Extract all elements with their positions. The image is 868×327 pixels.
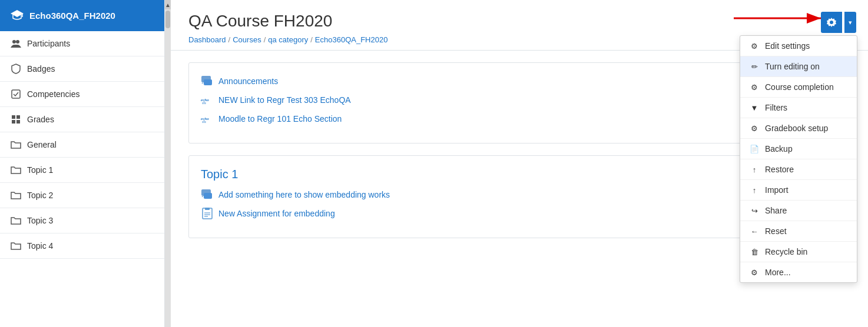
- dropdown-item-recycle-bin[interactable]: 🗑 Recycle bin: [740, 242, 857, 262]
- dropdown-item-reset[interactable]: ← Reset: [740, 221, 857, 242]
- svg-text:echo: echo: [201, 98, 209, 102]
- dropdown-item-course-completion[interactable]: ⚙ Course completion: [740, 77, 857, 98]
- gear-dropdown-menu: ⚙ Edit settings ✏ Turn editing on ⚙ Cour…: [740, 35, 857, 283]
- sidebar-item-label: Badges: [27, 64, 55, 74]
- dropdown-label: More...: [765, 268, 791, 277]
- sidebar-item-badges[interactable]: Badges: [0, 56, 164, 82]
- sidebar-item-grades[interactable]: Grades: [0, 107, 164, 132]
- echo-icon: echo: [201, 94, 214, 106]
- svg-rect-27: [204, 193, 212, 199]
- gear-dropdown-toggle[interactable]: ▾: [844, 12, 856, 33]
- assignment-link-label: New Assignment for embedding: [218, 209, 335, 218]
- dropdown-label: Edit settings: [765, 41, 810, 51]
- grid-icon: [11, 114, 21, 125]
- scroll-thumb[interactable]: [165, 11, 170, 28]
- filter-icon: ▼: [750, 104, 759, 112]
- dropdown-item-turn-editing[interactable]: ✏ Turn editing on: [740, 56, 857, 77]
- svg-point-3: [16, 40, 19, 44]
- sidebar-item-label: Topic 3: [27, 216, 53, 225]
- dropdown-label: Import: [765, 185, 789, 195]
- main-content: ▾ ⚙ Edit settings ✏ Turn editing on ⚙ Co…: [171, 0, 868, 327]
- dropdown-label: Share: [765, 206, 787, 215]
- sidebar: Echo360QA_FH2020 Participants Badges Com…: [0, 0, 165, 327]
- svg-rect-16: [204, 79, 212, 85]
- dropdown-item-more[interactable]: ⚙ More...: [740, 262, 857, 282]
- breadcrumb-sep: /: [310, 35, 313, 44]
- scroll-up-arrow[interactable]: ▲: [165, 0, 171, 9]
- sidebar-item-general[interactable]: General: [0, 132, 164, 158]
- breadcrumb-echo360[interactable]: Echo360QA_FH2020: [315, 35, 388, 44]
- svg-point-14: [830, 21, 833, 24]
- announcements-label: Announcements: [218, 76, 278, 86]
- reset-icon: ←: [750, 227, 759, 236]
- breadcrumb-sep: /: [264, 35, 266, 44]
- embed-link-label: Add something here to show embedding wor…: [218, 190, 390, 199]
- sidebar-header[interactable]: Echo360QA_FH2020: [0, 0, 164, 31]
- gear-icon: [826, 17, 837, 28]
- check-square-icon: [11, 89, 21, 99]
- gear-small-icon: ⚙: [750, 83, 759, 92]
- assignment-icon: [201, 207, 214, 220]
- echo-link-2-label: Moodle to Regr 101 Echo Section: [218, 114, 342, 124]
- breadcrumb-qa-category[interactable]: qa category: [268, 35, 308, 44]
- sidebar-item-competencies[interactable]: Competencies: [0, 82, 164, 107]
- sidebar-item-label: Grades: [27, 115, 54, 124]
- sidebar-item-label: Topic 2: [27, 191, 53, 200]
- folder-icon: [11, 139, 21, 150]
- echo-icon: echo: [201, 112, 214, 125]
- backup-icon: 📄: [750, 145, 759, 154]
- course-title: QA Course FH2020: [188, 12, 850, 31]
- dropdown-item-backup[interactable]: 📄 Backup: [740, 139, 857, 159]
- folder-icon: [11, 165, 21, 175]
- folder-icon: [11, 190, 21, 201]
- svg-rect-30: [205, 208, 210, 210]
- dropdown-item-share[interactable]: ↪ Share: [740, 201, 857, 221]
- breadcrumb-dashboard[interactable]: Dashboard: [188, 35, 226, 44]
- recycle-bin-icon: 🗑: [750, 248, 759, 256]
- sidebar-item-topic3[interactable]: Topic 3: [0, 208, 164, 233]
- people-icon: [11, 38, 21, 49]
- dropdown-item-gradebook-setup[interactable]: ⚙ Gradebook setup: [740, 118, 857, 139]
- graduation-cap-icon: [11, 8, 24, 23]
- share-icon: ↪: [750, 206, 759, 215]
- gear-button[interactable]: [821, 12, 842, 33]
- sidebar-item-participants[interactable]: Participants: [0, 31, 164, 56]
- restore-icon: ↑: [750, 165, 759, 174]
- svg-text:echo: echo: [201, 116, 209, 121]
- svg-point-2: [12, 40, 16, 44]
- svg-rect-7: [12, 120, 15, 124]
- svg-rect-5: [12, 115, 15, 119]
- pencil-icon: ✏: [750, 62, 759, 71]
- svg-rect-4: [12, 90, 20, 98]
- dropdown-label: Gradebook setup: [765, 124, 828, 133]
- sidebar-item-label: Participants: [27, 39, 70, 48]
- forum-icon: [201, 75, 214, 88]
- dropdown-label: Restore: [765, 165, 794, 174]
- sidebar-header-label: Echo360QA_FH2020: [29, 11, 115, 21]
- svg-marker-28: [201, 196, 203, 197]
- forum-icon: [201, 188, 214, 201]
- shield-icon: [11, 64, 21, 74]
- scrollbar[interactable]: ▲: [165, 0, 171, 327]
- breadcrumb-courses[interactable]: Courses: [233, 35, 261, 44]
- sidebar-item-topic2[interactable]: Topic 2: [0, 183, 164, 208]
- sidebar-item-topic1[interactable]: Topic 1: [0, 158, 164, 183]
- dropdown-item-edit-settings[interactable]: ⚙ Edit settings: [740, 36, 857, 56]
- gear-area: ▾: [821, 12, 856, 33]
- svg-marker-17: [201, 82, 203, 84]
- dropdown-item-restore[interactable]: ↑ Restore: [740, 159, 857, 180]
- dropdown-label: Recycle bin: [765, 247, 807, 256]
- dropdown-label: Reset: [765, 226, 787, 236]
- sidebar-item-label: General: [27, 140, 57, 149]
- dropdown-label: Backup: [765, 144, 793, 154]
- dropdown-item-import[interactable]: ↑ Import: [740, 180, 857, 201]
- sidebar-item-topic4[interactable]: Topic 4: [0, 233, 164, 259]
- echo-link-1-label: NEW Link to Regr Test 303 EchoQA: [218, 95, 351, 105]
- dropdown-item-filters[interactable]: ▼ Filters: [740, 98, 857, 118]
- gear-small-icon: ⚙: [750, 42, 759, 51]
- sidebar-item-label: Topic 1: [27, 165, 53, 175]
- breadcrumb-sep: /: [228, 35, 231, 44]
- folder-icon: [11, 215, 21, 226]
- dropdown-label: Filters: [765, 103, 787, 112]
- import-icon: ↑: [750, 186, 759, 195]
